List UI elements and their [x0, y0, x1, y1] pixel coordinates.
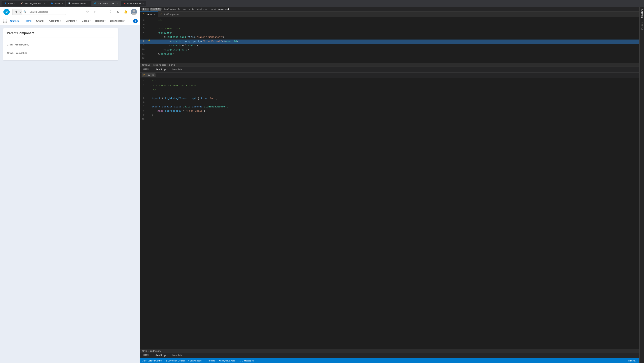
cases-chevron-icon: ▾: [90, 20, 90, 22]
panel-tab-html[interactable]: HTML: [140, 67, 152, 72]
bottom-file-close[interactable]: ✕: [152, 74, 154, 77]
nav-item-contacts[interactable]: Contacts ▾: [63, 17, 80, 25]
bc-lwc[interactable]: lwc: [205, 8, 208, 10]
sf-nav-info-badge[interactable]: i: [133, 19, 138, 24]
svg-point-12: [4, 22, 6, 23]
parent-html-editor: 3 --> 4 5 <!-- Parent -->: [140, 17, 640, 63]
nav-item-dashboards[interactable]: Dashboards ▾: [108, 17, 128, 25]
vscode-statusbar: ⎇ 8: Version Control ⊕ 9: Version Contro…: [140, 358, 640, 363]
sf-search-filter[interactable]: All: [12, 9, 22, 15]
statusbar-illumina[interactable]: Illumina...: [627, 359, 638, 362]
waffle-icon[interactable]: ⊞: [92, 9, 98, 15]
tab-close-sfdev[interactable]: ✕: [87, 3, 89, 5]
bottom-file-chip: ⬡ child ✕: [142, 73, 156, 77]
statusbar-git2[interactable]: ⊕ 9: Version Control: [165, 359, 186, 362]
browser-tab-guitar[interactable]: 🎸 Self Taught Guitar... ✕: [18, 1, 48, 6]
statusbar-anonymous-apex[interactable]: Anonymous Apex: [218, 359, 236, 362]
child-line-6: 6: [140, 101, 640, 105]
breadcrumb-lightning-card[interactable]: lightning-card: [154, 64, 166, 66]
child-js-editor: 1 /** 2 * Created by brett on 8/23/19. 3: [140, 78, 640, 349]
app-launcher-icon[interactable]: [2, 19, 8, 24]
bottom-panel-tab-html[interactable]: HTML: [140, 353, 152, 358]
tab-close-status[interactable]: ✕: [62, 3, 63, 5]
tab-label-status: Status: [54, 2, 60, 5]
bc-lwc-first-look[interactable]: lwc-first-look: [164, 8, 176, 10]
statusbar-terminal[interactable]: ⬥ Terminal: [205, 359, 216, 362]
add-icon[interactable]: +: [100, 9, 106, 15]
bottom-breadcrumb-child[interactable]: Child: [142, 350, 147, 352]
svg-point-10: [6, 21, 7, 22]
nav-item-home[interactable]: Home: [23, 17, 34, 25]
bc-parent-html[interactable]: parent.html: [218, 8, 229, 10]
browser-tab-sfdev[interactable]: 📄 Salesforce Dev ✕: [66, 1, 91, 6]
user-avatar[interactable]: [131, 9, 137, 15]
svg-point-9: [4, 21, 6, 22]
browser-tab-status[interactable]: 🔵 Status ✕: [48, 1, 65, 6]
sidebar-label-favorites[interactable]: Favorites: [640, 20, 644, 33]
statusbar-messages[interactable]: ◯ 0: Messages: [238, 359, 254, 362]
bottom-panel-tab-metadata[interactable]: Metadata: [169, 353, 185, 358]
nav-item-accounts[interactable]: Accounts ▾: [46, 17, 63, 25]
file-tab-parent[interactable]: ⬡ parent ✕: [140, 12, 158, 17]
bottom-panel-tab-javascript[interactable]: JavaScript: [152, 353, 169, 358]
code-line-6: 6 <template>: [140, 31, 640, 35]
time-badge: 0.46 s: [142, 8, 149, 11]
tab-close-guitar[interactable]: ✕: [44, 3, 46, 5]
bc-default[interactable]: default: [196, 8, 202, 10]
tab-label-bookmarks: Other Bookmarks: [127, 2, 144, 5]
panel-tab-metadata[interactable]: Metadata: [169, 67, 185, 72]
tab-label-sfdev: Salesforce Dev: [72, 2, 86, 5]
file-tab-firstcomponent-label: firstComponent: [164, 13, 179, 16]
sf-search-input[interactable]: [28, 10, 66, 15]
favorites-icon[interactable]: ☆: [85, 9, 90, 15]
anonymous-apex-label: Anonymous Apex: [219, 359, 236, 362]
svg-text:sf: sf: [5, 11, 8, 14]
browser-tab-msi[interactable]: 🌐 MSI Global – The... ✕: [92, 1, 121, 6]
tab-icon-emily: 👤: [4, 2, 6, 5]
browser-tab-emily[interactable]: 👤 Emily ✕: [2, 1, 18, 6]
bc-parent[interactable]: parent: [210, 8, 216, 10]
card-item-0: Child - From Parent: [7, 41, 114, 49]
svg-point-8: [4, 21, 4, 22]
statusbar-git-branch[interactable]: ⎇ 8: Version Control: [142, 359, 163, 362]
tab-close-emily[interactable]: ✕: [14, 3, 16, 5]
svg-point-7: [6, 19, 7, 20]
breadcrumb-c-child[interactable]: c-child: [169, 64, 175, 66]
settings-icon[interactable]: ⚙: [116, 9, 121, 15]
sf-search-wrapper: All 🔍: [12, 9, 66, 15]
sf-content-area: Parent Component Child - From Parent Chi…: [0, 25, 140, 363]
sf-topbar-actions: ☆ ⊞ + ? ⚙ 🔔: [85, 9, 137, 15]
sidebar-label-structure[interactable]: Structure: [640, 7, 644, 20]
code-line-8: 8 <c-child our-property="From Parent"></…: [140, 40, 640, 44]
code-line-4: 4: [140, 23, 640, 27]
code-line-9: 9 <c-child></c-child>: [140, 44, 640, 48]
svg-point-13: [6, 22, 7, 23]
browser-tab-bookmarks[interactable]: 🔖 Other Bookmarks: [121, 1, 146, 6]
breadcrumb-template[interactable]: template: [142, 64, 150, 66]
panel-tab-javascript[interactable]: JavaScript: [152, 67, 169, 72]
nav-item-chatter[interactable]: Chatter: [34, 17, 47, 25]
size-badge: 143.45 KB: [150, 8, 162, 11]
notification-icon[interactable]: 🔔: [123, 9, 128, 15]
file-tab-parent-close[interactable]: ✕: [154, 13, 155, 15]
code-line-3: 3 -->: [140, 19, 640, 23]
top-file-tabs: ⬡ parent ✕ ⬡ firstComponent: [140, 12, 640, 17]
bottom-panel-tabs: HTML JavaScript Metadata: [140, 353, 640, 358]
tab-close-msi[interactable]: ✕: [117, 3, 118, 5]
salesforce-logo[interactable]: sf: [3, 9, 10, 15]
nav-item-cases[interactable]: Cases ▾: [80, 17, 93, 25]
help-icon[interactable]: ?: [108, 9, 113, 15]
file-tab-firstcomponent[interactable]: ⬡ firstComponent: [158, 12, 182, 17]
bc-main[interactable]: main: [189, 8, 194, 10]
nav-item-reports[interactable]: Reports ▾: [93, 17, 108, 25]
code-line-12: 12: [140, 56, 640, 61]
child-line-8: 8 @api ourProperty = 'From Child';: [140, 109, 640, 113]
svg-point-6: [4, 19, 6, 20]
child-line-3: 3 */: [140, 88, 640, 92]
tab-icon-msi: 🌐: [94, 2, 96, 5]
parent-file-icon: ⬡: [143, 13, 144, 16]
bc-force-app[interactable]: force-app: [178, 8, 187, 10]
child-line-7: 7 export default class Child extends Lig…: [140, 105, 640, 109]
statusbar-log[interactable]: ● Log Analyzer: [187, 359, 203, 362]
bottom-breadcrumb-ourproperty[interactable]: ourProperty: [150, 350, 161, 352]
